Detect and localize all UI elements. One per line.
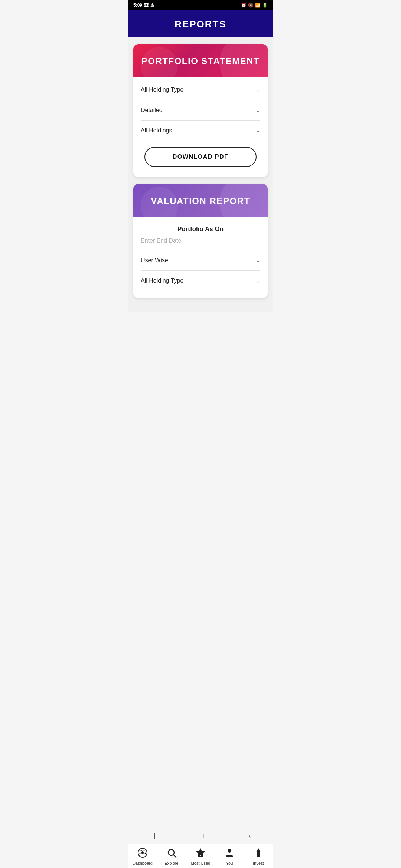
mute-icon: 🔇 [248,3,254,8]
chevron-down-icon: ⌄ [256,257,260,263]
status-bar: 5:09 🖼 ⚠ ⏰ 🔇 📶 🔋 [128,0,273,10]
portfolio-statement-card: PORTFOLIO STATEMENT All Holding Type ⌄ D… [133,44,268,177]
valuation-card-body: Portfolio As On Enter End Date User Wise… [133,217,268,298]
detailed-label: Detailed [141,107,163,114]
all-holdings-label: All Holdings [141,127,172,134]
chevron-down-icon: ⌄ [256,107,260,113]
valuation-holding-type-label: All Holding Type [141,277,183,284]
valuation-card-title: VALUATION REPORT [141,196,260,206]
download-btn-wrap: DOWNLOAD PDF [141,141,260,170]
status-bar-right: ⏰ 🔇 📶 🔋 [241,3,268,8]
main-content: PORTFOLIO STATEMENT All Holding Type ⌄ D… [128,37,273,312]
chevron-down-icon: ⌄ [256,128,260,134]
page-title: REPORTS [134,19,267,30]
battery-icon: 🔋 [262,3,268,8]
holding-type-dropdown[interactable]: All Holding Type ⌄ [141,80,260,100]
valuation-holding-type-dropdown[interactable]: All Holding Type ⌄ [141,271,260,291]
portfolio-card-header: PORTFOLIO STATEMENT [133,44,268,77]
portfolio-as-on-label: Portfolio As On [141,220,260,234]
detailed-dropdown[interactable]: Detailed ⌄ [141,100,260,121]
holding-type-label: All Holding Type [141,86,183,93]
wifi-icon: 📶 [255,3,261,8]
status-bar-left: 5:09 🖼 ⚠ [133,3,154,8]
portfolio-card-title: PORTFOLIO STATEMENT [141,56,260,66]
user-wise-dropdown[interactable]: User Wise ⌄ [141,250,260,271]
alarm-icon: ⏰ [241,3,247,8]
all-holdings-dropdown[interactable]: All Holdings ⌄ [141,121,260,141]
page-header: REPORTS [128,10,273,37]
valuation-report-card: VALUATION REPORT Portfolio As On Enter E… [133,184,268,298]
user-wise-label: User Wise [141,257,168,264]
end-date-input[interactable]: Enter End Date [141,234,260,250]
chevron-down-icon: ⌄ [256,278,260,284]
valuation-card-header: VALUATION REPORT [133,184,268,217]
portfolio-card-body: All Holding Type ⌄ Detailed ⌄ All Holdin… [133,77,268,177]
photo-icon: 🖼 [144,3,149,8]
download-pdf-button[interactable]: DOWNLOAD PDF [144,147,257,167]
status-time: 5:09 [133,3,142,8]
chevron-down-icon: ⌄ [256,87,260,93]
warning-icon: ⚠ [150,3,154,8]
